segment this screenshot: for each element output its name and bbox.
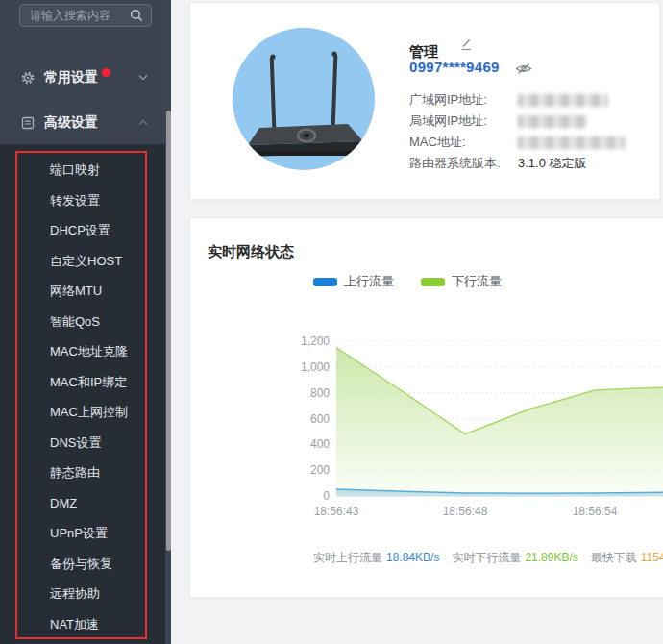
- submenu-item-dhcp[interactable]: DHCP设置: [0, 215, 165, 246]
- legend-item[interactable]: 上行流量: [313, 273, 394, 290]
- sidebar-item-advanced-settings[interactable]: 高级设置: [0, 109, 165, 137]
- sidebar-item-label: 常用设置: [44, 69, 98, 87]
- masked-value: [518, 136, 626, 149]
- sidebar-item-label: 高级设置: [44, 114, 98, 132]
- svg-text:0: 0: [323, 489, 330, 503]
- submenu-item-custom-host[interactable]: 自定义HOST: [0, 246, 165, 277]
- router-avatar: [233, 28, 375, 170]
- submenu-item-remote-assist[interactable]: 远程协助: [0, 579, 165, 609]
- traffic-area-chart: 02004006008001,0001,20018:56:4318:56:481…: [190, 326, 663, 533]
- stat-download-value: 21.89KB/s: [525, 551, 577, 564]
- submenu-item-mtu[interactable]: 网络MTU: [0, 276, 165, 307]
- legend-item[interactable]: 下行流量: [421, 273, 502, 290]
- gear-icon: [21, 71, 35, 85]
- submenu-item-backup-restore[interactable]: 备份与恢复: [0, 549, 165, 580]
- chevron-up-icon: [138, 119, 148, 126]
- svg-text:800: 800: [310, 386, 330, 400]
- submenu-item-static-route[interactable]: 静态路由: [0, 458, 165, 488]
- traffic-stats-row: 实时上行流量18.84KB/s 实时下行流量21.89KB/s 最快下载1154…: [313, 550, 663, 566]
- masked-value: [518, 94, 608, 107]
- info-row-mac: MAC地址:: [409, 132, 626, 153]
- svg-text:600: 600: [310, 412, 330, 426]
- submenu-item-mac-ip-bind[interactable]: MAC和IP绑定: [0, 367, 165, 398]
- list-icon: [21, 116, 35, 130]
- sidebar-search-box: [19, 4, 152, 27]
- advanced-settings-submenu: 端口映射 转发设置 DHCP设置 自定义HOST 网络MTU 智能QoS MAC…: [0, 155, 165, 639]
- info-row-firmware: 路由器系统版本: 3.1.0 稳定版: [409, 153, 626, 174]
- account-phone: 0997****9469: [409, 59, 500, 75]
- search-input[interactable]: [20, 9, 130, 22]
- stat-max-download-value: 1154.88KB/s: [641, 551, 663, 564]
- router-info-list: 广域网IP地址: 局域网IP地址: MAC地址: 路由器系统版本: 3.1.0 …: [409, 89, 626, 174]
- stat-upload: 实时上行流量18.84KB/s: [313, 550, 439, 566]
- eye-off-icon[interactable]: [515, 62, 532, 75]
- stat-upload-value: 18.84KB/s: [386, 551, 439, 564]
- chevron-down-icon: [138, 74, 148, 81]
- submenu-item-mac-clone[interactable]: MAC地址克隆: [0, 336, 165, 367]
- sidebar-scrollbar-thumb[interactable]: [166, 111, 171, 551]
- legend-label: 下行流量: [452, 273, 502, 290]
- info-label: 路由器系统版本:: [409, 155, 518, 172]
- legend-label: 上行流量: [344, 273, 394, 290]
- svg-text:18:56:43: 18:56:43: [314, 505, 359, 518]
- notification-badge: [102, 68, 110, 77]
- submenu-item-dmz[interactable]: DMZ: [0, 488, 165, 519]
- sidebar-item-common-settings[interactable]: 常用设置: [0, 63, 165, 92]
- info-row-wan-ip: 广域网IP地址:: [409, 89, 626, 111]
- firmware-version: 3.1.0 稳定版: [518, 155, 587, 172]
- chart-legend: 上行流量 下行流量: [313, 273, 528, 290]
- submenu-item-qos[interactable]: 智能QoS: [0, 307, 165, 337]
- masked-value: [518, 115, 587, 128]
- submenu-item-nat-boost[interactable]: NAT加速: [0, 609, 165, 640]
- submenu-item-mac-access-control[interactable]: MAC上网控制: [0, 397, 165, 428]
- download-legend-swatch: [421, 278, 445, 286]
- svg-text:18:56:48: 18:56:48: [443, 505, 488, 518]
- submenu-item-dns[interactable]: DNS设置: [0, 428, 165, 458]
- submenu-item-port-mapping[interactable]: 端口映射: [0, 155, 165, 186]
- svg-text:1,000: 1,000: [301, 360, 330, 374]
- submenu-item-forwarding[interactable]: 转发设置: [0, 186, 165, 216]
- info-label: 广域网IP地址:: [409, 91, 518, 109]
- stat-max-download: 最快下载1154.88KB/s: [591, 550, 663, 566]
- info-row-lan-ip: 局域网IP地址:: [409, 111, 626, 132]
- svg-text:1,200: 1,200: [301, 334, 330, 348]
- stat-download: 实时下行流量21.89KB/s: [452, 550, 577, 566]
- svg-text:400: 400: [310, 437, 330, 451]
- router-image: [233, 28, 375, 170]
- network-status-card: 实时网络状态 上行流量 下行流量 02004006008001,0001,200…: [189, 217, 663, 598]
- edit-pencil-icon[interactable]: [459, 37, 473, 51]
- network-card-title: 实时网络状态: [208, 243, 294, 261]
- svg-text:18:56:54: 18:56:54: [573, 505, 618, 518]
- account-card: 管理 0997****9469 广域网IP地址: 局域网IP地址: MAC地址:: [189, 2, 660, 200]
- search-icon[interactable]: [130, 9, 143, 22]
- svg-text:200: 200: [310, 463, 330, 477]
- sidebar: 常用设置 高级设置 端口映射 转发设置 DHCP设置 自定义HOST 网络MTU…: [0, 0, 171, 644]
- submenu-item-upnp[interactable]: UPnP设置: [0, 518, 165, 549]
- info-label: MAC地址:: [409, 134, 518, 151]
- upload-legend-swatch: [313, 278, 337, 286]
- info-label: 局域网IP地址:: [409, 112, 518, 130]
